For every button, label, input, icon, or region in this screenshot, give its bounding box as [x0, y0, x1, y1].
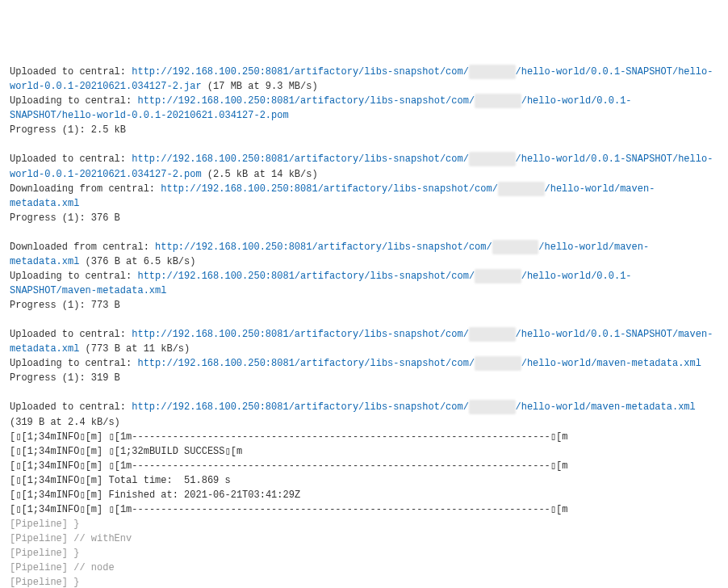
log-text: [▯[1;34mINFO▯[m] Total time: 51.869 s	[10, 475, 231, 486]
log-text: Progress (1): 376 B	[10, 212, 120, 224]
console-line: Downloading from central: http://192.168…	[10, 182, 718, 211]
log-text: Progress (1): 319 B	[10, 372, 120, 384]
url-text[interactable]: http://192.168.100.250:8081/artifactory/…	[132, 66, 469, 78]
console-line: [Pipeline] // node	[10, 561, 718, 575]
log-text: Uploaded to central:	[10, 402, 132, 414]
console-line: Progress (1): 773 B	[10, 298, 718, 313]
log-text	[10, 314, 15, 326]
redacted-text: xxxxxxxx	[469, 400, 516, 414]
url-text[interactable]: http://192.168.100.250:8081/artifactory/…	[132, 154, 469, 166]
console-line: [Pipeline] }	[10, 546, 718, 561]
console-line: [▯[1;34mINFO▯[m] ▯[1m-------------------…	[10, 459, 718, 473]
log-text: [▯[1;34mINFO▯[m] ▯[1m-------------------…	[10, 504, 567, 515]
log-text: Progress (1): 2.5 kB	[10, 124, 126, 136]
redacted-text: xxxxxxxx	[469, 327, 516, 342]
console-line: Uploaded to central: http://192.168.100.…	[10, 400, 718, 429]
log-text: (376 B at 6.5 kB/s)	[79, 256, 195, 267]
console-line	[10, 137, 718, 152]
console-line	[10, 313, 718, 327]
pipeline-text: [Pipeline] }	[10, 548, 79, 559]
console-line: [Pipeline] }	[10, 517, 718, 531]
console-line: Uploading to central: http://192.168.100…	[10, 269, 718, 298]
console-line: Uploaded to central: http://192.168.100.…	[10, 327, 718, 356]
console-line: [Pipeline] // withEnv	[10, 531, 718, 546]
log-text: (2.5 kB at 14 kB/s)	[202, 169, 318, 180]
console-line: Uploading to central: http://192.168.100…	[10, 94, 718, 123]
console-line: Progress (1): 376 B	[10, 211, 718, 225]
log-text: Uploaded to central:	[10, 329, 132, 340]
log-text	[10, 387, 15, 398]
url-text[interactable]: /hello-world/maven-metadata.xml	[516, 402, 696, 414]
url-text[interactable]: /hello-world/maven-metadata.xml	[521, 358, 701, 369]
log-text: Downloading from central:	[10, 183, 161, 195]
pipeline-text: [Pipeline] }	[10, 519, 79, 530]
url-text[interactable]: http://192.168.100.250:8081/artifactory/…	[137, 271, 475, 282]
pipeline-text: [Pipeline] }	[10, 577, 79, 588]
log-text: [▯[1;34mINFO▯[m] ▯[1m-------------------…	[10, 431, 567, 443]
redacted-text: xxxxxxxx	[492, 240, 539, 254]
console-line: Uploaded to central: http://192.168.100.…	[10, 65, 718, 94]
log-text: Downloaded from central:	[10, 242, 155, 253]
console-output: Uploaded to central: http://192.168.100.…	[10, 65, 718, 588]
console-line	[10, 225, 718, 240]
console-line: [▯[1;34mINFO▯[m] Finished at: 2021-06-21…	[10, 488, 718, 502]
log-text: [▯[1;34mINFO▯[m] Finished at: 2021-06-21…	[10, 489, 300, 501]
log-text: Uploading to central:	[10, 271, 137, 282]
url-text[interactable]: http://192.168.100.250:8081/artifactory/…	[137, 358, 475, 369]
redacted-text: xxxxxxxx	[475, 269, 521, 284]
redacted-text: xxxxxxxx	[475, 94, 521, 108]
log-text: Uploaded to central:	[10, 154, 132, 166]
pipeline-text: [Pipeline] // node	[10, 562, 115, 573]
console-line: [▯[1;34mINFO▯[m] ▯[1m-------------------…	[10, 430, 718, 444]
log-text: Progress (1): 773 B	[10, 300, 120, 311]
redacted-text: xxxxxxxx	[469, 152, 516, 166]
log-text: [▯[1;34mINFO▯[m] ▯[1m-------------------…	[10, 460, 567, 472]
url-text[interactable]: http://192.168.100.250:8081/artifactory/…	[137, 95, 475, 107]
log-text	[10, 139, 15, 150]
log-text: Uploaded to central:	[10, 66, 132, 78]
console-line: Uploading to central: http://192.168.100…	[10, 356, 718, 371]
redacted-text: xxxxxxxx	[498, 182, 545, 196]
redacted-text: xxxxxxxx	[469, 65, 516, 79]
log-text: Uploading to central:	[10, 95, 137, 107]
log-text: (17 MB at 9.3 MB/s)	[202, 81, 318, 92]
console-line: Downloaded from central: http://192.168.…	[10, 240, 718, 269]
console-line: Progress (1): 2.5 kB	[10, 123, 718, 137]
url-text[interactable]: http://192.168.100.250:8081/artifactory/…	[132, 329, 469, 340]
console-line: [▯[1;34mINFO▯[m] ▯[1m-------------------…	[10, 502, 718, 517]
console-line: Progress (1): 319 B	[10, 371, 718, 385]
log-text: [▯[1;34mINFO▯[m] ▯[1;32mBUILD SUCCESS▯[m	[10, 446, 242, 457]
log-text: Uploading to central:	[10, 358, 137, 369]
console-line	[10, 385, 718, 400]
log-text	[10, 227, 15, 238]
redacted-text: xxxxxxxx	[475, 356, 521, 371]
log-text: (773 B at 11 kB/s)	[79, 343, 190, 355]
url-text[interactable]: http://192.168.100.250:8081/artifactory/…	[161, 183, 498, 195]
console-line: [▯[1;34mINFO▯[m] ▯[1;32mBUILD SUCCESS▯[m	[10, 444, 718, 459]
url-text[interactable]: http://192.168.100.250:8081/artifactory/…	[155, 242, 492, 253]
url-text[interactable]: http://192.168.100.250:8081/artifactory/…	[132, 402, 469, 414]
console-line: [▯[1;34mINFO▯[m] Total time: 51.869 s	[10, 473, 718, 488]
pipeline-text: [Pipeline] // withEnv	[10, 533, 132, 544]
console-line: Uploaded to central: http://192.168.100.…	[10, 152, 718, 181]
console-line: [Pipeline] }	[10, 575, 718, 588]
